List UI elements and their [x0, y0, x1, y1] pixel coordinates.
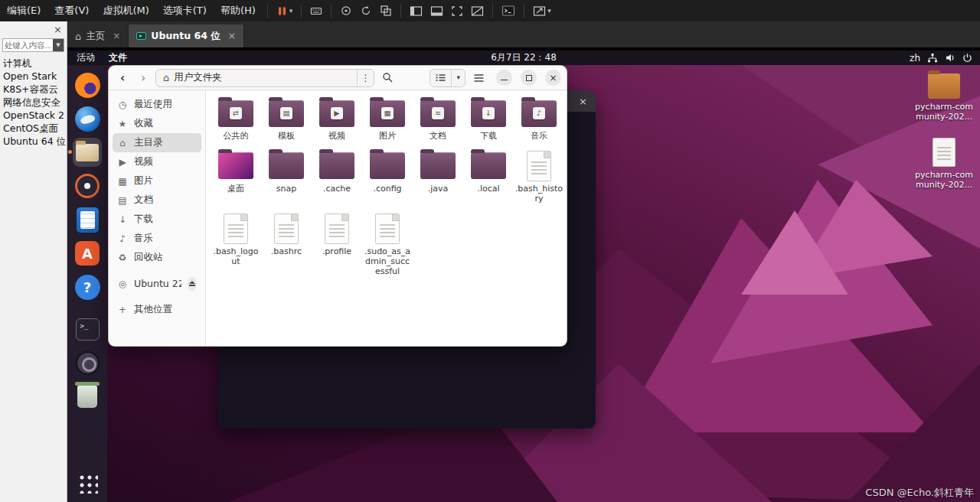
library-item-open-stark[interactable]: Open Stark [0, 70, 67, 83]
forward-button[interactable]: › [135, 70, 152, 86]
dock-libreoffice-writer[interactable] [73, 205, 102, 234]
dock-firefox[interactable] [73, 70, 102, 99]
stretch-caret-icon[interactable]: ▾ [547, 8, 551, 15]
file-item-bash-logout[interactable]: .bash_logout [211, 213, 261, 277]
sidebar-item-home[interactable]: ⌂主目录 [113, 133, 201, 152]
fullscreen-button[interactable] [447, 1, 467, 21]
sidebar-item-trash[interactable]: ♻回收站 [113, 248, 201, 267]
menu-vm[interactable]: 虚拟机(M) [96, 0, 155, 21]
file-item-config[interactable]: .config [362, 150, 413, 204]
library-item-openstack[interactable]: OpenStack 2 [0, 109, 67, 122]
desktop-icon-label: pycharm-community-202... [912, 170, 976, 190]
dock-rhythmbox[interactable] [73, 171, 102, 200]
library-search-input[interactable] [3, 39, 53, 51]
dock-files[interactable] [73, 138, 102, 167]
file-item-local[interactable]: .local [463, 150, 514, 204]
library-close-icon[interactable]: × [54, 24, 62, 34]
menu-view[interactable]: 查看(V) [47, 0, 96, 21]
take-snapshot-button[interactable] [336, 1, 356, 21]
back-button[interactable]: ‹ [114, 70, 131, 86]
tab-ubuntu64-close-icon[interactable]: × [228, 31, 236, 41]
tab-home[interactable]: ⌂ 主页 × [67, 24, 129, 47]
tab-home-close-icon[interactable]: × [113, 31, 120, 41]
main-menu-button[interactable] [469, 69, 488, 87]
sidebar-item-starred[interactable]: ★收藏 [113, 114, 201, 133]
tab-ubuntu64[interactable]: Ubuntu 64 位 × [129, 24, 243, 47]
library-item-ubuntu64[interactable]: Ubuntu 64 位 [0, 135, 67, 148]
dock-trash[interactable] [73, 382, 102, 411]
background-window-close-icon[interactable]: × [579, 96, 587, 107]
file-item-label: .cache [323, 184, 351, 194]
sidebar-item-other-locations[interactable]: +其他位置 [113, 300, 201, 319]
ubuntu-dock [67, 65, 107, 502]
show-library-button[interactable] [406, 1, 426, 21]
system-status-area[interactable]: zh [910, 53, 980, 64]
suspend-caret-icon[interactable]: ▾ [289, 8, 293, 15]
file-item-cache[interactable]: .cache [312, 150, 362, 204]
hamburger-icon [473, 73, 485, 83]
file-item-public[interactable]: ⇄公共的 [211, 97, 261, 142]
dock-thunderbird[interactable] [73, 104, 102, 133]
vmware-menubar: 编辑(E) 查看(V) 虚拟机(M) 选项卡(T) 帮助(H) ▾ [0, 0, 980, 21]
file-item-desktop[interactable]: 桌面 [211, 150, 261, 204]
file-item-templates[interactable]: ▤模板 [261, 97, 312, 142]
console-view-button[interactable] [498, 1, 519, 21]
show-thumbnail-bar-button[interactable] [426, 1, 447, 21]
stretch-guest-button[interactable]: ▾ [529, 1, 555, 21]
sidebar-item-documents[interactable]: ▤文档 [113, 191, 201, 210]
dock-ubuntu-software[interactable] [73, 239, 102, 268]
file-item-music[interactable]: ♪音乐 [514, 97, 564, 142]
list-view-button[interactable] [430, 70, 451, 86]
minimize-button[interactable] [496, 70, 512, 86]
library-search-caret-icon[interactable]: ▼ [53, 39, 64, 51]
file-item-label: .profile [322, 247, 351, 257]
manage-snapshots-button[interactable] [376, 1, 396, 21]
view-options-button[interactable]: ▾ [451, 70, 465, 86]
sidebar-item-pictures[interactable]: ▦图片 [113, 171, 201, 191]
dock-show-apps[interactable] [73, 468, 102, 497]
file-item-documents[interactable]: ≡文档 [413, 97, 463, 142]
location-menu-button[interactable]: ⋮ [357, 70, 374, 86]
dock-help[interactable] [73, 272, 102, 302]
file-item-profile[interactable]: .profile [312, 213, 362, 277]
sidebar-item-music[interactable]: ♪音乐 [113, 229, 201, 248]
file-item-sudo-flag[interactable]: .sudo_as_admin_successful [362, 213, 413, 277]
eject-button[interactable] [188, 277, 197, 291]
desktop-icon-pycharm-folder[interactable]: pycharm-community-202... [912, 73, 976, 122]
sidebar-item-videos[interactable]: ▶视频 [113, 152, 201, 171]
clock-button[interactable]: 6月7日 22：48 [67, 51, 980, 64]
dock-terminal[interactable] [73, 315, 102, 344]
file-item-videos[interactable]: ▶视频 [312, 97, 362, 142]
keyboard-layout-indicator[interactable]: zh [910, 53, 920, 64]
files-headerbar: ‹ › ⌂ 用户文件夹 ⋮ ▾ [109, 66, 567, 90]
send-ctrl-alt-del-button[interactable] [306, 1, 326, 21]
revert-snapshot-button[interactable] [356, 1, 376, 21]
minimize-icon [501, 80, 508, 80]
maximize-button[interactable] [521, 70, 537, 86]
dock-app-circle[interactable] [73, 348, 102, 377]
unity-mode-button[interactable] [467, 1, 488, 21]
desktop-icon-pycharm-archive[interactable]: pycharm-community-202... [912, 138, 976, 190]
sidebar-item-downloads[interactable]: ↓下载 [113, 210, 201, 229]
menu-tabs[interactable]: 选项卡(T) [156, 0, 214, 21]
file-item-java[interactable]: .java [413, 150, 463, 204]
file-item-snap[interactable]: snap [261, 150, 312, 204]
file-item-downloads[interactable]: ↓下载 [463, 97, 514, 142]
file-item-pictures[interactable]: ▦图片 [362, 97, 413, 142]
sidebar-item-recent[interactable]: ◷最近使用 [113, 95, 201, 114]
file-item-label: 视频 [328, 132, 345, 142]
menu-help[interactable]: 帮助(H) [214, 0, 263, 21]
sidebar-item-ubuntu-volume[interactable]: ◎Ubuntu 22.0... [113, 274, 201, 293]
file-item-bashrc[interactable]: .bashrc [261, 213, 312, 277]
search-button[interactable] [378, 69, 397, 87]
menu-edit[interactable]: 编辑(E) [0, 0, 47, 21]
path-bar[interactable]: ⌂ 用户文件夹 [156, 70, 357, 86]
library-item-centos[interactable]: CentOS桌面 [0, 122, 67, 135]
file-item-bash-history[interactable]: .bash_history [514, 150, 564, 204]
library-item-computer[interactable]: 计算机 [0, 57, 67, 70]
close-button[interactable]: × [545, 70, 561, 86]
ubuntu-topbar: 活动 文件 6月7日 22：48 zh [67, 51, 980, 65]
library-item-k8s[interactable]: K8S+容器云 [0, 83, 67, 96]
library-item-netsec[interactable]: 网络信息安全 [0, 96, 67, 109]
suspend-button[interactable]: ▾ [273, 1, 297, 21]
